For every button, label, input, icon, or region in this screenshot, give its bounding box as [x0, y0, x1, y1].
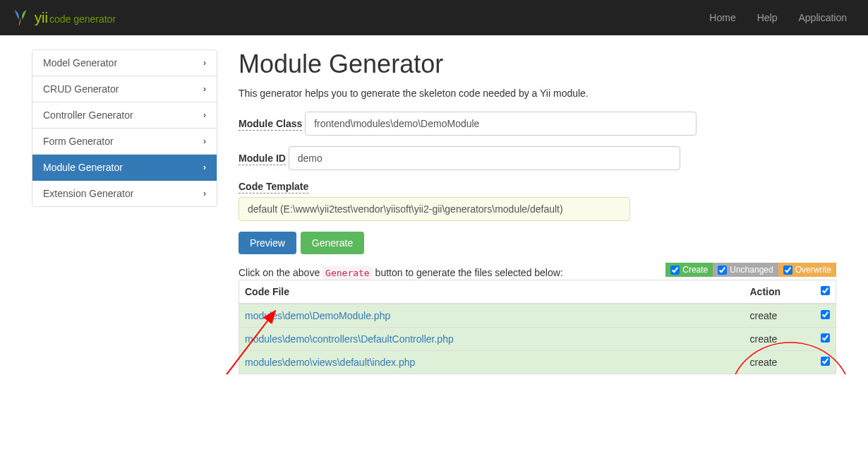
- file-checkbox[interactable]: [821, 310, 830, 319]
- main-content: Module Generator This generator helps yo…: [239, 49, 836, 374]
- file-checkbox[interactable]: [821, 333, 830, 343]
- sidebar-item-module[interactable]: Module Generator ›: [32, 155, 217, 181]
- file-action: create: [745, 328, 815, 351]
- col-file: Code File: [239, 280, 745, 304]
- file-link[interactable]: modules\demo\controllers\DefaultControll…: [245, 333, 454, 345]
- button-row: Preview Generate: [239, 232, 836, 254]
- sidebar-item-extension[interactable]: Extension Generator ›: [32, 181, 217, 206]
- chevron-right-icon: ›: [203, 136, 206, 146]
- legend-create[interactable]: Create: [665, 263, 713, 277]
- sidebar-item-label: CRUD Generator: [43, 83, 119, 95]
- legend-unchanged[interactable]: Unchanged: [713, 263, 778, 277]
- table-row: modules\demo\views\default\index.php cre…: [239, 351, 836, 374]
- check-all[interactable]: [821, 286, 830, 295]
- chevron-right-icon: ›: [203, 162, 206, 172]
- field-module-id: Module ID: [239, 146, 836, 170]
- nav-help[interactable]: Help: [747, 1, 788, 34]
- table-row: modules\demo\controllers\DefaultControll…: [239, 328, 836, 351]
- col-action: Action: [745, 280, 815, 304]
- brand-link[interactable]: yiicode generator: [11, 8, 116, 28]
- file-link[interactable]: modules\demo\DemoModule.php: [245, 310, 390, 321]
- module-class-label: Module Class: [239, 118, 302, 131]
- brand-text: yiicode generator: [35, 10, 116, 26]
- yii-logo-icon: [11, 8, 30, 28]
- chevron-right-icon: ›: [203, 84, 206, 94]
- sidebar-item-label: Model Generator: [43, 57, 117, 69]
- navbar-nav: Home Help Application: [699, 1, 857, 34]
- sidebar-item-label: Extension Generator: [43, 188, 133, 199]
- nav-application[interactable]: Application: [788, 1, 858, 34]
- file-table: Code File Action modules\demo\DemoModule…: [239, 280, 836, 374]
- generate-code: Generate: [323, 266, 373, 280]
- sidebar-item-label: Form Generator: [43, 136, 114, 147]
- navbar: yiicode generator Home Help Application: [0, 0, 868, 35]
- file-checkbox[interactable]: [821, 357, 830, 366]
- generator-list: Model Generator › CRUD Generator › Contr…: [32, 49, 217, 207]
- module-id-input[interactable]: [289, 146, 680, 170]
- legend-unchanged-checkbox[interactable]: [718, 266, 727, 275]
- sidebar-item-controller[interactable]: Controller Generator ›: [32, 102, 217, 129]
- chevron-right-icon: ›: [203, 189, 206, 198]
- chevron-right-icon: ›: [203, 110, 206, 120]
- page-title: Module Generator: [239, 49, 836, 79]
- legend-create-checkbox[interactable]: [670, 266, 680, 275]
- code-template-label: Code Template: [239, 181, 308, 194]
- col-check: [815, 280, 836, 304]
- file-action: create: [745, 351, 815, 374]
- field-module-class: Module Class: [239, 112, 836, 136]
- sidebar-item-label: Module Generator: [43, 162, 123, 173]
- sidebar-item-label: Controller Generator: [43, 109, 133, 121]
- sidebar-item-crud[interactable]: CRUD Generator ›: [32, 76, 217, 102]
- field-code-template: Code Template default (E:\www\yii2test\v…: [239, 181, 836, 221]
- table-row: modules\demo\DemoModule.php create: [239, 304, 836, 328]
- code-template-value: default (E:\www\yii2test\vendor\yiisoft\…: [239, 197, 630, 221]
- page-description: This generator helps you to generate the…: [239, 88, 836, 99]
- sidebar-item-form[interactable]: Form Generator ›: [32, 129, 217, 155]
- legend-overwrite[interactable]: Overwrite: [778, 263, 836, 277]
- sidebar-item-model[interactable]: Model Generator ›: [32, 50, 217, 76]
- legend-overwrite-checkbox[interactable]: [783, 266, 792, 275]
- generate-button[interactable]: Generate: [301, 232, 364, 254]
- nav-home[interactable]: Home: [699, 1, 746, 34]
- file-action: create: [745, 304, 815, 328]
- preview-button[interactable]: Preview: [239, 232, 296, 254]
- sidebar: Model Generator › CRUD Generator › Contr…: [32, 49, 217, 374]
- module-id-label: Module ID: [239, 153, 286, 165]
- file-link[interactable]: modules\demo\views\default\index.php: [245, 357, 415, 368]
- chevron-right-icon: ›: [203, 58, 206, 68]
- module-class-input[interactable]: [305, 112, 697, 136]
